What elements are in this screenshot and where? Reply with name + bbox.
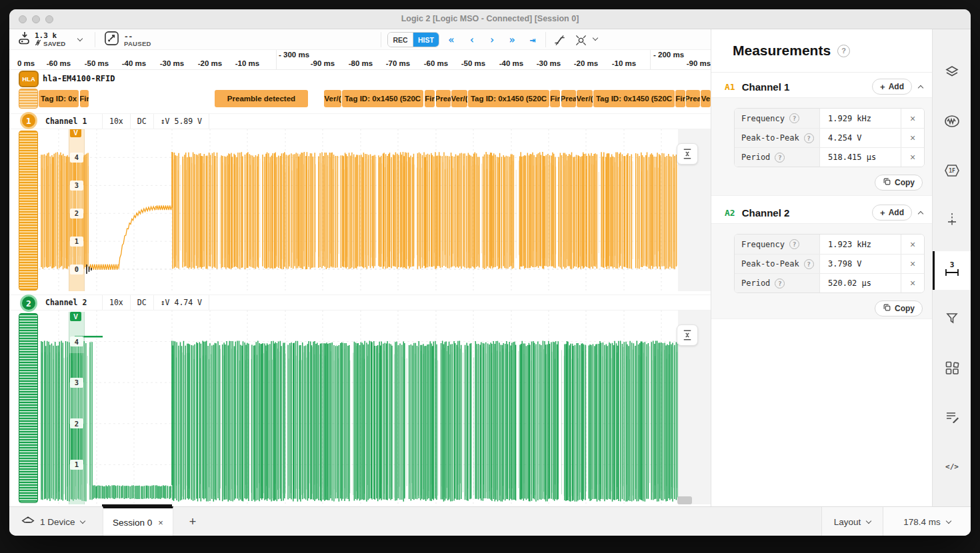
sidebar-item-notes[interactable] <box>933 399 971 438</box>
decoded-frame[interactable]: Tag ID: 0x1450 (520C <box>342 90 423 107</box>
vertical-zoom-fit-button[interactable] <box>677 143 698 165</box>
zoom-fit-icon[interactable] <box>572 32 589 48</box>
chevron-down-icon <box>77 36 82 41</box>
hla-minimap-bar[interactable] <box>19 89 38 109</box>
chevron-down-icon[interactable] <box>593 35 598 41</box>
sidebar-item-timing-markers[interactable] <box>933 202 971 241</box>
collapse-icon[interactable] <box>918 85 923 91</box>
right-sidebar: 1F3</> <box>932 29 971 506</box>
decoded-frame[interactable]: Ver/( <box>451 90 467 107</box>
decoded-frame[interactable]: Fir <box>675 90 685 107</box>
axis-tick-label: 4 <box>70 336 83 346</box>
add-measurement-button[interactable]: +Add <box>872 79 912 95</box>
ruler-tick-label: -20 ms <box>190 59 230 67</box>
capture-settings-button[interactable]: 1.3 k SAVED <box>19 31 82 48</box>
timeline-ruler[interactable]: - 300 ms- 200 ms0 ms-60 ms-50 ms-40 ms-3… <box>9 50 711 70</box>
rec-button[interactable]: REC <box>388 33 413 47</box>
sidebar-item-data-table[interactable]: 1F <box>933 153 971 191</box>
trigger-value: -- <box>124 33 151 40</box>
channel-1-minimap-bar[interactable] <box>19 131 38 290</box>
channel-2-name[interactable]: Channel 2 <box>39 295 103 310</box>
channel-2-probe[interactable]: 10x <box>103 295 131 310</box>
help-icon[interactable]: ? <box>775 153 785 163</box>
channel-1-probe[interactable]: 10x <box>103 114 131 129</box>
ruler-section-divider <box>276 50 277 69</box>
scrollbar-thumb[interactable] <box>677 496 692 504</box>
device-icon <box>21 516 35 528</box>
edge-trigger-disabled-icon[interactable] <box>551 32 568 48</box>
new-tab-button[interactable]: + <box>181 507 204 536</box>
decoded-frame[interactable]: Ver/( <box>324 90 341 107</box>
decoded-frame[interactable]: Fir <box>80 90 89 107</box>
decoded-frame[interactable]: Ver/( <box>577 90 593 107</box>
copy-button[interactable]: Copy <box>875 300 923 316</box>
ruler-tick-label: -30 ms <box>152 59 192 67</box>
sidebar-item-terminal[interactable]: </> <box>933 448 971 487</box>
remove-measurement-icon[interactable]: × <box>901 148 924 167</box>
remove-measurement-icon[interactable]: × <box>901 109 924 128</box>
chevron-down-icon <box>866 518 871 523</box>
nav-jump-end-icon[interactable]: ⇥ <box>524 32 541 47</box>
decoded-frame[interactable]: Tag ID: 0x1450 (520C <box>468 90 549 107</box>
channel-1-coupling[interactable]: DC <box>131 114 154 129</box>
decoded-frame[interactable]: Prea <box>436 90 451 107</box>
channel-2-range[interactable]: ↕V 4.74 V <box>154 295 209 310</box>
channel-2-plot[interactable]: V4321 <box>9 310 711 504</box>
channel-1-name[interactable]: Channel 1 <box>39 114 103 129</box>
decoded-frame[interactable]: Prea <box>561 90 576 107</box>
remove-measurement-icon[interactable]: × <box>901 255 924 273</box>
decoded-frame[interactable]: Preamble detected <box>215 90 308 107</box>
add-measurement-button[interactable]: +Add <box>872 205 912 221</box>
layout-button[interactable]: Layout <box>821 507 883 536</box>
remove-measurement-icon[interactable]: × <box>901 235 924 254</box>
help-icon[interactable]: ? <box>804 133 814 143</box>
sidebar-item-measurements[interactable]: 3 <box>933 251 971 290</box>
decoded-frame[interactable]: Tag ID: 0x1450 (520C <box>593 90 675 107</box>
nav-prev-icon[interactable]: ‹ <box>463 32 481 47</box>
channel-1-badge[interactable]: 1 <box>20 112 37 129</box>
ruler-tick-label: 0 ms <box>17 59 35 67</box>
help-icon[interactable]: ? <box>837 45 850 57</box>
bottom-bar: 1 Device Session 0 × + Layout 178.4 ms <box>9 506 971 536</box>
sidebar-item-devices[interactable] <box>933 54 971 93</box>
collapse-icon[interactable] <box>918 211 923 217</box>
channel-2-coupling[interactable]: DC <box>131 295 154 310</box>
measurement-value: 1.929 kHz <box>820 109 901 128</box>
channel-1-range[interactable]: ↕V 5.89 V <box>154 114 209 129</box>
channel-2-minimap-bar[interactable] <box>19 313 38 503</box>
duration-button[interactable]: 178.4 ms <box>883 507 971 536</box>
remove-measurement-icon[interactable]: × <box>901 129 924 147</box>
toolbar-divider <box>381 32 381 47</box>
help-icon[interactable]: ? <box>804 259 814 269</box>
decoded-frame[interactable]: Fir <box>425 90 435 107</box>
decoded-frame[interactable]: Fir <box>550 90 560 107</box>
hla-analyzer-name: hla-EM4100-RFID <box>43 74 115 83</box>
voltage-scale-icon: ↕V <box>161 298 170 307</box>
hist-button[interactable]: HIST <box>413 33 439 47</box>
help-icon[interactable]: ? <box>789 113 799 123</box>
decoded-frame[interactable]: Ve <box>701 90 711 107</box>
sidebar-item-analyzers[interactable] <box>933 103 971 142</box>
axis-tick-label: 3 <box>70 378 83 388</box>
nav-next-icon[interactable]: › <box>483 32 501 47</box>
nav-first-icon[interactable]: « <box>443 32 460 47</box>
devices-icon <box>944 64 960 83</box>
remove-measurement-icon[interactable]: × <box>901 274 924 292</box>
decoded-frame[interactable]: Tag ID: 0x <box>39 90 79 107</box>
channel-2-badge[interactable]: 2 <box>20 294 37 312</box>
hla-badge[interactable]: HLA <box>19 71 39 87</box>
decoded-frame[interactable]: Prea <box>686 90 700 107</box>
sidebar-item-extensions[interactable] <box>933 350 971 388</box>
copy-button[interactable]: Copy <box>875 175 923 191</box>
help-icon[interactable]: ? <box>789 239 799 249</box>
close-tab-icon[interactable]: × <box>158 518 163 528</box>
trigger-paused-button[interactable]: -- PAUSED <box>104 31 151 48</box>
nav-last-icon[interactable]: » <box>503 32 521 47</box>
vertical-zoom-fit-button[interactable] <box>677 324 698 346</box>
measurement-label: Period? <box>735 148 820 167</box>
help-icon[interactable]: ? <box>775 278 785 288</box>
sidebar-item-filters[interactable] <box>933 300 971 339</box>
session-tab[interactable]: Session 0 × <box>103 506 173 536</box>
device-selector[interactable]: 1 Device <box>21 507 85 536</box>
channel-1-plot[interactable]: V43210 <box>9 129 711 291</box>
